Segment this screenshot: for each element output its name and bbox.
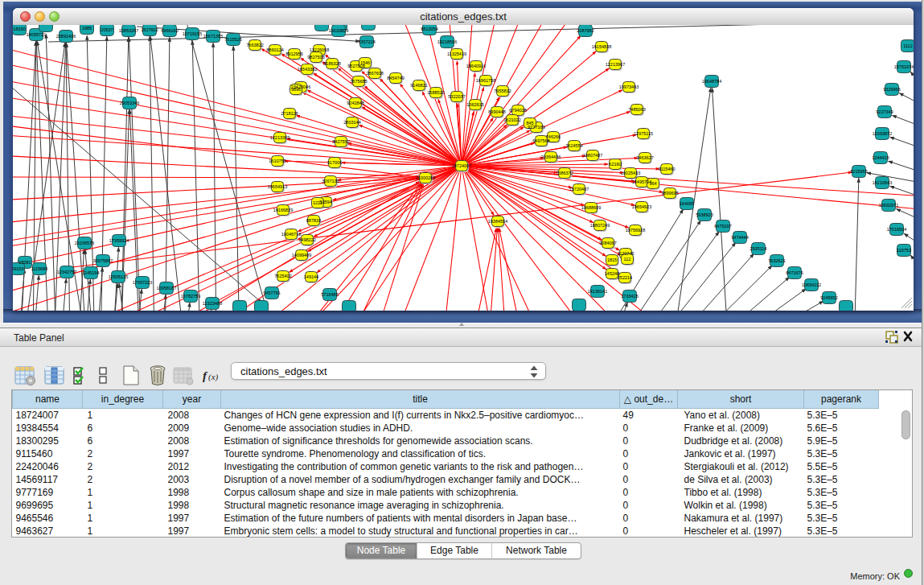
svg-text:12213369: 12213369: [270, 135, 290, 140]
svg-text:887833: 887833: [306, 218, 321, 223]
svg-text:149144: 149144: [304, 274, 318, 279]
svg-text:9474444: 9474444: [731, 235, 748, 240]
svg-text:845: 845: [526, 121, 533, 126]
svg-text:16543382: 16543382: [298, 67, 317, 72]
svg-text:10958187: 10958187: [157, 286, 176, 290]
svg-text:19654913: 19654913: [268, 184, 287, 189]
svg-text:7663822: 7663822: [246, 43, 263, 47]
svg-text:19654923: 19654923: [632, 204, 651, 209]
svg-text:16782759: 16782759: [181, 294, 200, 299]
svg-text:1244415: 1244415: [872, 155, 889, 160]
svg-text:1362615: 1362615: [466, 102, 483, 107]
svg-text:252214: 252214: [618, 275, 632, 280]
svg-text:5322037: 5322037: [448, 94, 465, 99]
svg-text:16033809: 16033809: [329, 28, 348, 33]
svg-text:19218506: 19218506: [437, 39, 457, 44]
svg-text:7632621: 7632621: [768, 258, 785, 263]
svg-text:7485063: 7485063: [628, 107, 645, 112]
svg-text:17359924: 17359924: [109, 238, 129, 243]
svg-text:8912956: 8912956: [285, 51, 302, 56]
svg-text:15692971: 15692971: [879, 203, 898, 208]
svg-text:8860124: 8860124: [266, 47, 283, 52]
svg-text:17957223: 17957223: [133, 280, 152, 285]
svg-text:1815: 1815: [607, 257, 617, 262]
svg-text:14099489: 14099489: [292, 253, 311, 257]
svg-text:1588520: 1588520: [427, 90, 444, 95]
svg-text:8990448: 8990448: [488, 109, 505, 114]
svg-text:9227349: 9227349: [876, 109, 893, 114]
svg-text:12093872: 12093872: [873, 131, 892, 136]
svg-text:18807249: 18807249: [590, 223, 610, 228]
svg-text:9115460: 9115460: [658, 167, 675, 171]
svg-text:8454749: 8454749: [387, 76, 404, 80]
svg-text:7955812: 7955812: [494, 89, 511, 93]
svg-text:12975115: 12975115: [634, 131, 653, 136]
svg-text:1546: 1546: [360, 60, 370, 65]
svg-text:9457791: 9457791: [263, 290, 280, 295]
svg-text:116753: 116753: [897, 248, 911, 253]
svg-text:1985: 1985: [82, 26, 92, 31]
svg-text:5716485: 5716485: [321, 292, 338, 297]
svg-text:20206576: 20206576: [75, 241, 94, 245]
svg-text:6966160: 6966160: [161, 28, 178, 33]
svg-text:1120746: 1120746: [617, 251, 634, 256]
svg-text:f: f: [203, 369, 208, 382]
svg-text:1112: 1112: [903, 43, 912, 48]
svg-text:1733426: 1733426: [621, 294, 638, 299]
svg-text:13226058: 13226058: [310, 47, 329, 52]
svg-text:12342757: 12342757: [57, 270, 76, 274]
svg-text:20364436: 20364436: [541, 154, 561, 159]
svg-text:9245652: 9245652: [820, 295, 837, 300]
svg-text:18724007: 18724007: [452, 163, 471, 168]
svg-text:2867608: 2867608: [366, 71, 383, 76]
svg-text:9084067: 9084067: [599, 241, 616, 245]
svg-text:6479197: 6479197: [714, 224, 731, 229]
svg-text:9463627: 9463627: [636, 155, 653, 160]
svg-text:1145194: 1145194: [82, 270, 99, 275]
svg-text:2718126: 2718126: [281, 111, 298, 116]
svg-text:17016504: 17016504: [887, 227, 906, 232]
svg-text:8215955: 8215955: [850, 169, 867, 174]
svg-text:39153: 39153: [13, 266, 24, 271]
svg-text:(x): (x): [208, 372, 219, 382]
svg-text:30975867: 30975867: [93, 258, 113, 263]
svg-text:2935114: 2935114: [749, 246, 766, 251]
svg-text:5938923: 5938923: [696, 212, 713, 217]
svg-text:15720407: 15720407: [569, 187, 589, 192]
svg-text:9329966: 9329966: [883, 87, 900, 92]
svg-text:9242848: 9242848: [347, 101, 363, 105]
svg-text:14055721: 14055721: [27, 32, 46, 37]
svg-text:19166829: 19166829: [273, 208, 293, 212]
svg-text:8813054: 8813054: [421, 27, 437, 31]
svg-text:20891406: 20891406: [56, 34, 76, 39]
svg-text:1621022: 1621022: [503, 117, 520, 122]
svg-text:10046718: 10046718: [281, 232, 301, 237]
svg-text:1115689: 1115689: [31, 266, 48, 271]
svg-text:1498222: 1498222: [298, 237, 315, 242]
svg-text:10807487: 10807487: [583, 153, 602, 158]
svg-text:12505135: 12505135: [109, 274, 128, 279]
svg-text:6794028: 6794028: [509, 108, 526, 113]
svg-text:112: 112: [624, 257, 631, 262]
svg-text:15081: 15081: [18, 260, 31, 265]
svg-text:16154838: 16154838: [592, 44, 611, 49]
svg-text:12213967: 12213967: [606, 62, 625, 67]
svg-text:7625402: 7625402: [274, 274, 291, 278]
svg-text:7386372: 7386372: [556, 171, 573, 175]
svg-text:18330: 18330: [13, 27, 25, 31]
svg-text:9899695: 9899695: [661, 191, 678, 196]
svg-text:10853267: 10853267: [119, 28, 138, 33]
svg-text:6497568: 6497568: [532, 138, 549, 143]
svg-text:16210643: 16210643: [873, 180, 892, 185]
svg-text:1527602: 1527602: [141, 27, 158, 32]
svg-text:15751074: 15751074: [894, 64, 914, 69]
svg-text:19384554: 19384554: [488, 219, 507, 224]
svg-text:16648784: 16648784: [702, 79, 721, 84]
svg-text:62160: 62160: [609, 162, 621, 167]
svg-text:10973493: 10973493: [619, 84, 639, 89]
svg-text:9146821: 9146821: [410, 83, 427, 88]
svg-text:3267130: 3267130: [322, 179, 339, 183]
svg-text:25300285: 25300285: [416, 175, 435, 180]
svg-text:8427552: 8427552: [332, 139, 349, 144]
svg-text:9896: 9896: [291, 87, 301, 92]
